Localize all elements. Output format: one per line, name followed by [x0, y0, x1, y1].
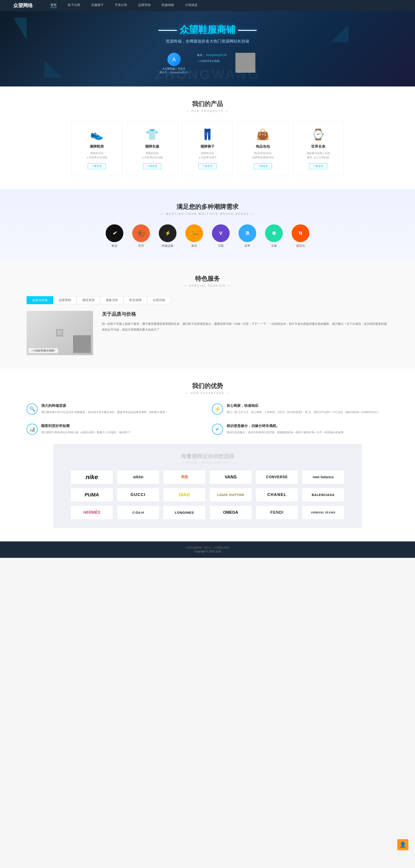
brand-logo-lv: LOUIS VUITTON [210, 488, 251, 501]
service-tab-quality[interactable]: 品质与价格 [27, 296, 53, 304]
adv-text-source: 强大的终端货源 我们拥有独大专/万记运动专-轻数服装，轻松做大到大量运动款，覆盖… [41, 404, 168, 415]
adv-item-rating: 📊 顾客到货好评如潮 我们拥有万和各商品出有精心挑（品牌运动鞋）数量大 公司做好… [27, 424, 203, 435]
brand-label-adidas: 阿迪达斯 [162, 244, 173, 248]
product-name-pants: 潮牌裤子 [187, 144, 228, 149]
brand-circle-adidas: ⚡ [159, 224, 176, 242]
brands-sub: — MEETING YOUR MULTIPLE BRAND NEEDS — [27, 212, 388, 216]
brand-logo-adidas: adidas [117, 470, 159, 484]
brands-grid: ✔ 耐克 🏀 乔丹 ⚡ 阿迪达斯 🐆 彪马 V 万斯 浪 浪琴 ⊛ 古驰 N [27, 224, 388, 248]
brand-label-puma: 彪马 [191, 244, 197, 248]
product-btn-accessories[interactable]: 了解更多 [254, 163, 272, 169]
product-btn-shoes[interactable]: 了解更多 [88, 163, 106, 169]
brand-logo-diao: DIAO [164, 488, 205, 501]
adv-title-response: 良心商家，快速响应 [227, 404, 380, 408]
adv-desc-rating: 我们拥有万和各商品出有精心挑（品牌运动鞋）数量大 公司做好：做好鞋子！ [41, 430, 132, 435]
brand-logo-puma: PUMA [71, 488, 113, 501]
brand-label-nlp: 浪琴 [244, 244, 250, 248]
brand-item-nike: ✔ 耐克 [106, 224, 123, 248]
brand-logo-longines: LONGINES [164, 506, 205, 519]
adv-title-source: 强大的终端货源 [41, 404, 168, 408]
nav-watch[interactable]: 手表分类 [115, 3, 127, 8]
nav-koi[interactable]: 鞋服锦鲤 [162, 3, 174, 8]
diao-logo-text: DIAO [179, 492, 190, 497]
product-btn-pants[interactable]: 了解更多 [199, 163, 216, 169]
brand-circle-chanel: ⊛ [265, 224, 283, 242]
service-content: 🖼 （小姐姐客服在线聊） 关于品质与价格 同一款鞋子市面上很多个版本，懂不懂货看… [27, 311, 388, 355]
service-section: 特色服务 — SPECIAL SERVICE — 品质与价格 品牌营销 潮流资源… [0, 261, 415, 369]
brand-item-vans: V 万斯 [212, 224, 230, 248]
brand-label-nb: 新百伦 [296, 244, 305, 248]
brand-circle-jordan: 🏀 [132, 224, 150, 242]
product-name-clothes: 潮牌衣服 [131, 144, 173, 149]
service-tab-return[interactable]: 退换无忧 [100, 296, 124, 304]
advantages-title: 我们的优势 [27, 382, 388, 390]
adv-icon-fate: ✔ [212, 424, 223, 435]
avatar-image: A [167, 53, 181, 66]
product-card-clothes: 👕 潮牌衣服 有限的活动 上万款男女运动服 了解更多 [127, 122, 178, 176]
nav-brand[interactable]: 品牌营销 [138, 3, 150, 8]
product-icon-watches: ⌚ [298, 128, 339, 141]
service-tab-aftersale[interactable]: 售后保障 [124, 296, 147, 304]
adv-title-rating: 顾客到货好评如潮 [41, 424, 132, 428]
brand-logos-block: 海量潮牌运动供您选择 — — BRAND CHOICE FOR YOU — — … [53, 444, 362, 528]
product-icon-accessories: 👜 [242, 128, 284, 141]
longines-logo-text: LONGINES [175, 510, 194, 515]
service-text-body: 同一款鞋子市面上很多个版本，懂不懂货看透您来和我对比具，我们鞋子品质请您放心，看… [102, 321, 388, 333]
service-image-label: （小姐姐客服在线聊） [29, 348, 58, 353]
product-btn-watches[interactable]: 了解更多 [309, 163, 327, 169]
brand-item-nlp: 浪 浪琴 [239, 224, 256, 248]
service-tab-brand[interactable]: 品牌营销 [53, 296, 77, 304]
adv-item-source: 🔍 强大的终端货源 我们拥有独大专/万记运动专-轻数服装，轻松做大到大量运动款，… [27, 404, 203, 415]
site-logo: 众望网络 [13, 2, 33, 9]
nav-clothes[interactable]: 衣服裤子 [91, 3, 104, 8]
adv-text-response: 良心商家，快速响应 我们一家 七天七天，良心商家，工作时间：10/12：00点到… [227, 404, 380, 415]
brand-circle-nb: N [292, 224, 309, 242]
product-desc-accessories: 饰品/包包/包包 品牌饰品潮牌包包 [242, 151, 284, 160]
adv-text-rating: 顾客到货好评如潮 我们拥有万和各商品出有精心挑（品牌运动鞋）数量大 公司做好：做… [41, 424, 132, 435]
footer-icp: Copyright © 2023 众望 [4, 550, 411, 553]
brand-logo-quanpao: 券跑 [164, 470, 205, 484]
brands-title: 满足您的多种潮牌需求 [27, 203, 388, 211]
brand-label-nike: 耐克 [112, 244, 117, 248]
omega-logo-text: OMEGA [223, 510, 238, 515]
product-icon-shoes: 👟 [76, 128, 117, 141]
hero-title: —— 众望鞋服商铺 —— [158, 24, 256, 36]
brand-logo-converse: CONVERSE [256, 470, 298, 484]
navigation: 众望网络 首页 鞋子分类 衣服裤子 手表分类 品牌营销 鞋服锦鲤 分类搞送 [0, 0, 415, 11]
adidas-logo-text: adidas [133, 475, 143, 479]
armani-logo-text: ARMANI JEANS [311, 511, 336, 514]
nav-promo[interactable]: 分类搞送 [185, 3, 198, 8]
nav-home[interactable]: 首页 [50, 3, 57, 8]
brand-label-jordan: 乔丹 [138, 244, 144, 248]
service-qr [73, 335, 91, 353]
brand-circle-nlp: 浪 [239, 224, 256, 242]
brand-label-vans: 万斯 [218, 244, 224, 248]
lv-logo-text: LOUIS VUITTON [217, 493, 244, 497]
adv-text-fate: 相识便是缘分，但缘分绝非偶然。 我地方的是缘分，说实在有着强大的货源，精挑细选好… [227, 424, 346, 435]
footer-text: 众望鞋服商铺 · 强大大, 众望网站地图 [4, 546, 411, 550]
service-text-title: 关于品质与价格 [102, 311, 388, 317]
service-tab-store[interactable]: 众望店铺 [147, 296, 171, 304]
brand-logo-nike: nike [71, 470, 113, 484]
service-sub: — SPECIAL SERVICE — [27, 284, 388, 287]
brand-logo-armani: ARMANI JEANS [302, 506, 344, 519]
brand-logo-hermes: HERMÈS [71, 506, 113, 519]
hero-body-text: 备名： zhongwang@129 （小组室专享主视频） [197, 53, 227, 63]
brand-item-adidas: ⚡ 阿迪达斯 [159, 224, 176, 248]
hero-deco-tri3 [331, 24, 349, 42]
product-btn-clothes[interactable]: 了解更多 [143, 163, 161, 169]
product-desc-watches: 顶级奢华品牌上百款 微信, 达人引流到款 [298, 151, 339, 160]
hero-title-text: 众望鞋服商铺 [180, 24, 235, 35]
service-image-block: 🖼 （小姐姐客服在线聊） [27, 311, 93, 355]
products-sub: — OUR PRODUCTS — [27, 110, 388, 113]
nav-shoes[interactable]: 鞋子分类 [68, 3, 80, 8]
brand-circle-puma: 🐆 [185, 224, 203, 242]
service-tab-trend[interactable]: 潮流资源 [77, 296, 100, 304]
brand-logos-sub: — — BRAND CHOICE FOR YOU — — [71, 461, 344, 464]
adv-title-fate: 相识便是缘分，但缘分绝非偶然。 [227, 424, 346, 428]
nav-links: 首页 鞋子分类 衣服裤子 手表分类 品牌营销 鞋服锦鲤 分类搞送 [50, 3, 198, 8]
product-card-watches: ⌚ 世界名表 顶级奢华品牌上百款 微信, 达人引流到款 了解更多 [293, 122, 344, 176]
hermes-logo-text: HERMÈS [83, 510, 100, 515]
products-grid: 👟 潮牌鞋类 有限的活动 上万款男女运动鞋 了解更多 👕 潮牌衣服 有限的活动 … [27, 122, 388, 176]
adv-desc-source: 我们拥有独大专/万记运动专-轻数服装，轻松做大到大量运动款，覆盖所有运动品牌及潮… [41, 410, 168, 415]
